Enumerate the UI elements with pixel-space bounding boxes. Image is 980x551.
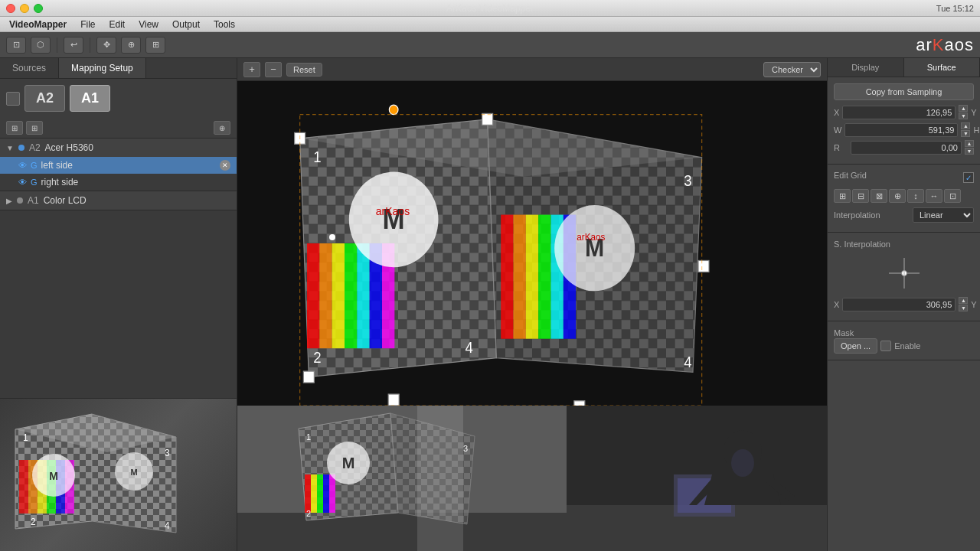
warp-button[interactable]: ⊕ — [121, 37, 141, 54]
x-input[interactable] — [842, 106, 956, 119]
r-input[interactable] — [851, 141, 962, 155]
camera-left-svg: M 1 2 3 — [237, 406, 567, 551]
menu-file[interactable]: File — [74, 18, 101, 31]
time-display: Tue 15:12 — [936, 4, 974, 13]
svg-text:M: M — [130, 468, 137, 477]
rect-select-button[interactable]: ⊡ — [6, 37, 26, 54]
layer-group-a2: ▼ A2 Acer H5360 👁 G left side ✕ 👁 G righ… — [0, 139, 237, 191]
crosshair-dot[interactable] — [901, 270, 907, 276]
mask-section: Mask Open ... Enable — [828, 321, 980, 360]
w-spinbox[interactable]: ▲ ▼ — [961, 122, 970, 137]
layer-item-right-side[interactable]: 👁 G right side — [0, 174, 237, 191]
grid-warp-button[interactable]: ⊞ — [145, 37, 165, 54]
r-up-button[interactable]: ▲ — [965, 140, 974, 147]
y-label: Y — [971, 108, 976, 117]
svg-text:2: 2 — [313, 349, 321, 366]
menu-view[interactable]: View — [132, 18, 165, 31]
x-spinbox[interactable]: ▲ ▼ — [959, 105, 968, 119]
chevron-icon-a1: ▶ — [6, 197, 12, 205]
source-box-a1[interactable]: A1 — [70, 85, 110, 112]
mapping-canvas[interactable]: M arKaos M arKaos 1 2 3 4 4 3 4 — [237, 81, 827, 551]
eye-icon-left-side[interactable]: 👁 — [18, 161, 27, 170]
grid-btn-2[interactable]: ⊟ — [852, 189, 869, 203]
w-input[interactable] — [844, 123, 958, 137]
lock-icon-right-side[interactable]: G — [31, 178, 38, 187]
zoom-in-button[interactable]: + — [243, 62, 260, 77]
left-panel: Sources Mapping Setup A2 A1 ⊞ ⊞ ⊕ ▼ A2 A… — [0, 58, 237, 551]
interpolation-select[interactable]: Linear Nearest Bicubic — [913, 207, 974, 223]
grid-btn-1[interactable]: ⊞ — [834, 189, 851, 203]
x2-up-button[interactable]: ▲ — [959, 297, 968, 304]
eye-icon-right-side[interactable]: 👁 — [18, 178, 27, 187]
x2-input[interactable] — [842, 298, 956, 311]
tab-surface[interactable]: Surface — [904, 58, 981, 77]
menu-tools[interactable]: Tools — [207, 18, 241, 31]
layer-status-dot-a1 — [17, 197, 23, 204]
grid-btn-5[interactable]: ↕ — [907, 189, 924, 203]
r-down-button[interactable]: ▼ — [965, 148, 974, 155]
mask-open-button[interactable]: Open ... — [834, 338, 877, 354]
tab-display[interactable]: Display — [828, 58, 904, 77]
enable-checkbox[interactable] — [880, 341, 891, 351]
menu-edit[interactable]: Edit — [103, 18, 131, 31]
main-toolbar: ⊡ ⬡ ↩ ✥ ⊕ ⊞ arKaos — [0, 32, 980, 58]
grid-btn-3[interactable]: ⊠ — [871, 189, 887, 203]
titlebar-right: Tue 15:12 — [936, 4, 974, 13]
layer-item-left-side[interactable]: 👁 G left side ✕ — [0, 157, 237, 174]
h-label: H — [973, 126, 979, 135]
svg-rect-69 — [237, 513, 567, 551]
enable-check: Enable — [880, 341, 920, 351]
checker-select[interactable]: Checker Black White Grid — [763, 62, 821, 77]
layer-group-header-a2[interactable]: ▼ A2 Acer H5360 — [0, 139, 237, 157]
source-side-left[interactable] — [6, 92, 20, 106]
poly-select-button[interactable]: ⬡ — [31, 37, 51, 54]
x-down-button[interactable]: ▼ — [959, 112, 968, 119]
grid-btn-7[interactable]: ⊡ — [944, 189, 961, 203]
layer-label-a2: A2 — [29, 142, 41, 153]
svg-rect-37 — [526, 215, 538, 339]
layer-settings-button[interactable]: ⊕ — [214, 121, 230, 135]
tab-mapping-setup[interactable]: Mapping Setup — [59, 58, 146, 78]
source-box-a2[interactable]: A2 — [24, 85, 65, 112]
maximize-button[interactable] — [34, 4, 43, 13]
layer-close-left-side[interactable]: ✕ — [220, 160, 230, 171]
cube-preview-svg: M 1 2 M 3 4 — [0, 399, 230, 551]
s-interpolation-label: S. Interpolation — [834, 240, 890, 249]
zoom-out-button[interactable]: − — [265, 62, 282, 77]
layer-group-header-a1[interactable]: ▶ A1 Color LCD — [0, 191, 237, 210]
x-up-button[interactable]: ▲ — [959, 105, 968, 112]
layer-list: ▼ A2 Acer H5360 👁 G left side ✕ 👁 G righ… — [0, 139, 237, 398]
grid-btn-6[interactable]: ↔ — [926, 189, 942, 203]
reset-button[interactable]: Reset — [286, 63, 322, 77]
grid-btn-4[interactable]: ⊕ — [889, 189, 906, 203]
menu-videomapper[interactable]: VideoMapper — [3, 18, 73, 31]
lock-icon-left-side[interactable]: G — [31, 161, 38, 170]
x-field-row: X ▲ ▼ Y ▲ ▼ — [834, 105, 974, 119]
copy-from-sampling-button[interactable]: Copy from Sampling — [834, 83, 974, 100]
svg-rect-29 — [319, 243, 332, 348]
w-down-button[interactable]: ▼ — [961, 130, 970, 137]
w-up-button[interactable]: ▲ — [961, 122, 970, 129]
x2-spinbox[interactable]: ▲ ▼ — [959, 297, 968, 311]
menu-output[interactable]: Output — [166, 18, 206, 31]
canvas-toolbar: + − Reset Checker Black White Grid — [237, 58, 827, 81]
svg-rect-38 — [538, 215, 550, 339]
undo-button[interactable]: ↩ — [64, 37, 83, 54]
tab-sources[interactable]: Sources — [0, 58, 59, 78]
minimize-button[interactable] — [20, 4, 29, 13]
crosshair-widget[interactable] — [889, 258, 920, 289]
add-layer-left-button[interactable]: ⊞ — [6, 121, 23, 135]
svg-text:3: 3 — [165, 448, 170, 458]
mask-label: Mask — [834, 328, 854, 337]
window-controls[interactable] — [6, 4, 43, 13]
r-spinbox[interactable]: ▲ ▼ — [965, 140, 974, 155]
close-button[interactable] — [6, 4, 15, 13]
svg-text:M: M — [342, 455, 355, 471]
x2-down-button[interactable]: ▼ — [959, 305, 968, 311]
enable-label: Enable — [894, 341, 920, 350]
edit-grid-checkbox[interactable]: ✓ — [963, 172, 974, 183]
add-layer-right-button[interactable]: ⊞ — [26, 121, 43, 135]
center-area: + − Reset Checker Black White Grid — [237, 58, 827, 551]
s-interpolation-area[interactable] — [834, 254, 974, 292]
move-button[interactable]: ✥ — [96, 37, 116, 54]
